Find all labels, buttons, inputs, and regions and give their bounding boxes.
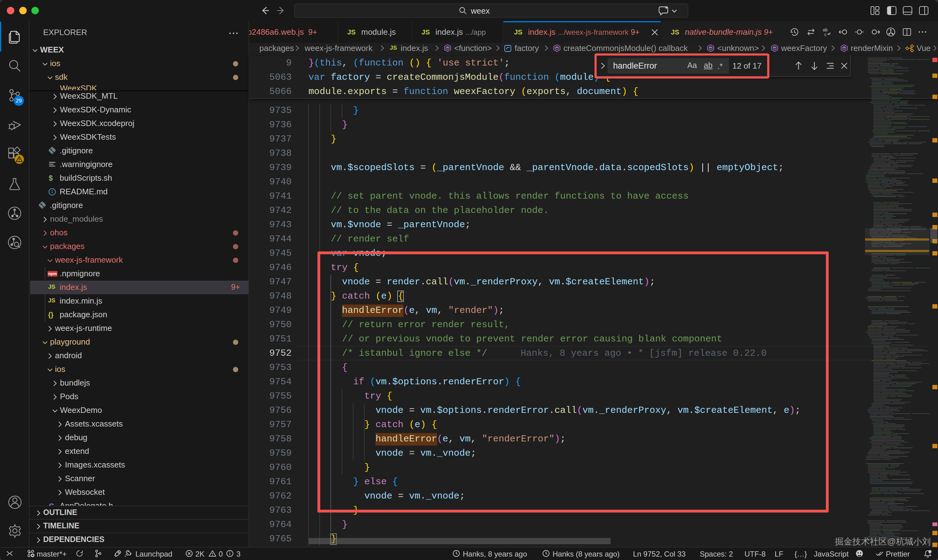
svg-text:ab: ab: [823, 27, 828, 32]
svg-text:c: c: [824, 32, 827, 37]
